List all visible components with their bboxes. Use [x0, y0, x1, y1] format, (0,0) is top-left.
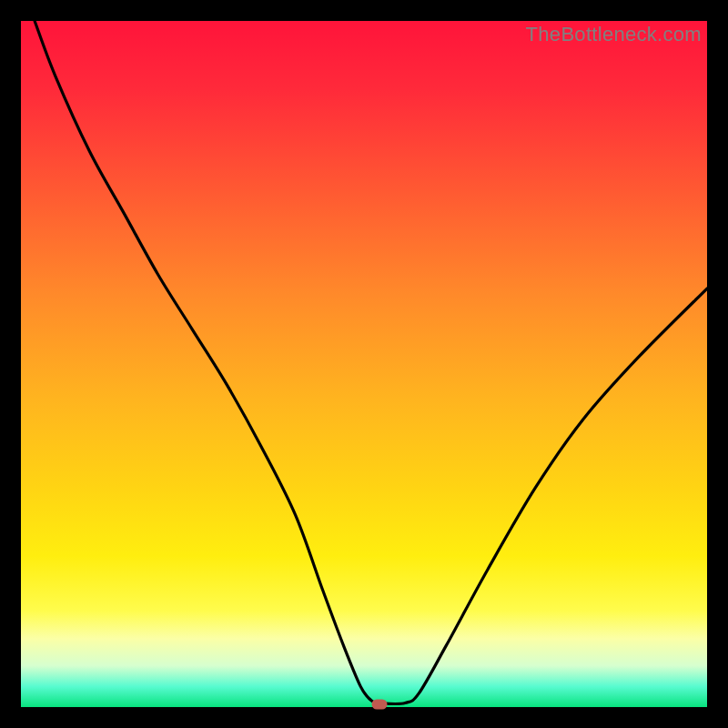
optimal-point-marker [372, 699, 388, 709]
chart-frame: TheBottleneck.com [0, 0, 728, 728]
curve-path [35, 21, 707, 704]
bottleneck-curve [21, 21, 707, 707]
plot-area: TheBottleneck.com [21, 21, 707, 707]
